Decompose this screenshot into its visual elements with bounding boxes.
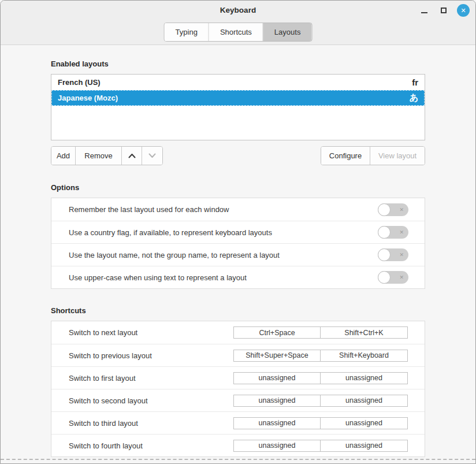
- toggle-remember-layout[interactable]: ✕: [378, 203, 408, 216]
- tab-shortcuts[interactable]: Shortcuts: [209, 23, 263, 41]
- toggle-knob: [378, 248, 391, 261]
- view-layout-button[interactable]: View layout: [370, 147, 425, 165]
- shortcuts-heading: Shortcuts: [51, 306, 475, 315]
- configure-button[interactable]: Configure: [321, 147, 370, 165]
- option-label: Remember the last layout used for each w…: [69, 205, 378, 214]
- toggle-off-icon: ✕: [399, 253, 404, 258]
- shortcut-label: Switch to first layout: [69, 374, 233, 383]
- keybinding-group: unassigned unassigned: [233, 417, 408, 429]
- toggle-off-icon: ✕: [399, 207, 404, 212]
- shortcut-row-previous-layout: Switch to previous layout Shift+Super+Sp…: [51, 344, 425, 366]
- toggle-upper-case[interactable]: ✕: [378, 271, 408, 284]
- keybinding-group: Shift+Super+Space Shift+Keyboard: [233, 350, 408, 362]
- maximize-button[interactable]: [437, 4, 450, 17]
- keybinding-cell-1[interactable]: Ctrl+Space: [234, 327, 321, 338]
- chevron-up-icon: [128, 153, 136, 158]
- window-title: Keyboard: [1, 6, 475, 14]
- keybinding-group: Ctrl+Space Shift+Ctrl+K: [233, 326, 408, 339]
- toggle-knob: [378, 203, 391, 216]
- shortcut-label: Switch to third layout: [69, 419, 233, 428]
- list-item-french-us[interactable]: French (US) fr: [51, 75, 425, 90]
- shortcut-row-first-layout: Switch to first layout unassigned unassi…: [51, 366, 425, 389]
- toggle-off-icon: ✕: [399, 230, 404, 235]
- keybinding-cell-2[interactable]: unassigned: [321, 395, 407, 406]
- remove-layout-button[interactable]: Remove: [76, 147, 122, 165]
- close-button[interactable]: ✕: [457, 4, 470, 17]
- shortcut-row-second-layout: Switch to second layout unassigned unass…: [51, 389, 425, 411]
- header-bar: Keyboard ✕ Typing Shortcuts Lay: [1, 1, 475, 45]
- option-row-country-flag: Use a country flag, if available, to rep…: [51, 221, 425, 243]
- option-label: Use a country flag, if available, to rep…: [69, 228, 378, 237]
- minimize-icon: [421, 12, 427, 13]
- add-layout-button[interactable]: Add: [51, 147, 76, 165]
- shortcuts-panel: Switch to next layout Ctrl+Space Shift+C…: [51, 321, 425, 457]
- keybinding-cell-2[interactable]: unassigned: [321, 373, 407, 384]
- option-label: Use the layout name, not the group name,…: [69, 251, 378, 259]
- maximize-icon: [441, 8, 447, 13]
- remove-button-label: Remove: [84, 151, 112, 160]
- tab-typing[interactable]: Typing: [165, 23, 209, 41]
- titlebar: Keyboard ✕: [1, 1, 475, 20]
- layout-name: Japanese (Mozc): [58, 94, 410, 102]
- keybinding-group: unassigned unassigned: [233, 395, 408, 407]
- keybinding-group: unassigned unassigned: [233, 440, 408, 452]
- layout-tools-button-group: Configure View layout: [321, 146, 425, 165]
- shortcut-row-next-layout: Switch to next layout Ctrl+Space Shift+C…: [51, 321, 425, 344]
- tab-shortcuts-label: Shortcuts: [220, 28, 252, 36]
- keybinding-cell-2[interactable]: Shift+Keyboard: [321, 350, 407, 361]
- enabled-layouts-list: French (US) fr Japanese (Mozc) あ: [51, 74, 425, 140]
- tab-typing-label: Typing: [176, 28, 198, 36]
- bottom-edge-divider: [1, 459, 475, 460]
- layout-indicator-icon: あ: [410, 92, 418, 103]
- shortcut-row-third-layout: Switch to third layout unassigned unassi…: [51, 411, 425, 434]
- toggle-knob: [378, 271, 391, 284]
- layouts-page: Enabled layouts French (US) fr Japanese …: [1, 45, 475, 457]
- keybinding-cell-1[interactable]: unassigned: [234, 418, 321, 429]
- keybinding-cell-2[interactable]: unassigned: [321, 418, 407, 429]
- keybinding-cell-1[interactable]: Shift+Super+Space: [234, 350, 321, 361]
- shortcut-label: Switch to fourth layout: [69, 441, 233, 450]
- option-label: Use upper-case when using text to repres…: [69, 273, 378, 282]
- window-controls: ✕: [418, 1, 470, 20]
- options-panel: Remember the last layout used for each w…: [51, 198, 425, 289]
- keyboard-settings-window: Keyboard ✕ Typing Shortcuts Lay: [0, 0, 476, 464]
- toggle-layout-name[interactable]: ✕: [378, 248, 408, 261]
- options-heading: Options: [51, 183, 475, 192]
- option-row-remember-layout: Remember the last layout used for each w…: [51, 198, 425, 221]
- layout-indicator-icon: fr: [412, 77, 418, 87]
- add-button-label: Add: [57, 151, 70, 160]
- toggle-country-flag[interactable]: ✕: [378, 226, 408, 239]
- option-row-upper-case: Use upper-case when using text to repres…: [51, 266, 425, 288]
- keybinding-cell-1[interactable]: unassigned: [234, 440, 321, 451]
- list-item-japanese-mozc[interactable]: Japanese (Mozc) あ: [51, 90, 425, 106]
- move-down-button[interactable]: [142, 147, 162, 165]
- option-row-layout-name: Use the layout name, not the group name,…: [51, 243, 425, 266]
- keybinding-cell-2[interactable]: unassigned: [321, 440, 407, 451]
- toggle-off-icon: ✕: [399, 275, 404, 280]
- configure-button-label: Configure: [329, 151, 362, 160]
- tab-group: Typing Shortcuts Layouts: [164, 23, 313, 42]
- shortcut-label: Switch to second layout: [69, 396, 233, 405]
- move-up-button[interactable]: [122, 147, 142, 165]
- shortcut-label: Switch to next layout: [69, 328, 233, 337]
- shortcut-row-fourth-layout: Switch to fourth layout unassigned unass…: [51, 434, 425, 456]
- tab-layouts-label: Layouts: [274, 28, 301, 36]
- view-layout-button-label: View layout: [378, 151, 416, 160]
- keybinding-group: unassigned unassigned: [233, 372, 408, 384]
- enabled-layouts-heading: Enabled layouts: [51, 45, 475, 68]
- toggle-knob: [378, 226, 391, 239]
- close-icon: ✕: [460, 8, 466, 14]
- tab-layouts[interactable]: Layouts: [263, 23, 312, 41]
- keybinding-cell-1[interactable]: unassigned: [234, 395, 321, 406]
- list-edit-button-group: Add Remove: [51, 146, 163, 165]
- chevron-down-icon: [148, 153, 156, 158]
- shortcut-label: Switch to previous layout: [69, 351, 233, 360]
- minimize-button[interactable]: [418, 4, 430, 17]
- keybinding-cell-2[interactable]: Shift+Ctrl+K: [321, 327, 407, 338]
- layout-name: French (US): [58, 78, 412, 87]
- keybinding-cell-1[interactable]: unassigned: [234, 373, 321, 384]
- layout-actions-row: Add Remove Configure View layout: [51, 146, 425, 165]
